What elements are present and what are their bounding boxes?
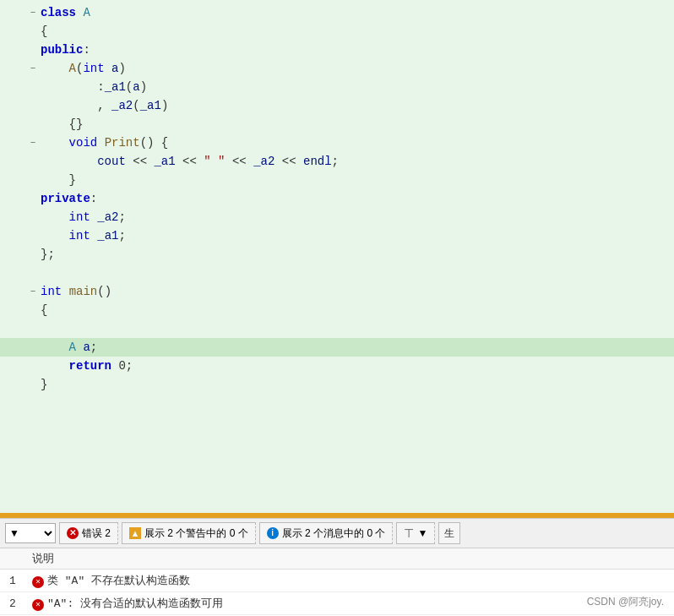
code-line: return 0; bbox=[0, 357, 674, 375]
column-num bbox=[0, 548, 25, 570]
error-button[interactable]: ✕ 错误 2 bbox=[59, 522, 118, 544]
code-line: } bbox=[0, 171, 674, 189]
bottom-toolbar: ▼ ✕ 错误 2 ▲ 展示 2 个警告中的 0 个 i 展示 2 个消息中的 0… bbox=[0, 518, 674, 548]
info-label: 展示 2 个消息中的 0 个 bbox=[282, 526, 386, 541]
code-editor: − class A { public: − A(int a) :_a1(a) ,… bbox=[0, 0, 674, 513]
code-line: {} bbox=[0, 115, 674, 134]
fold-icon[interactable]: − bbox=[27, 3, 39, 22]
code-line: :_a1(a) bbox=[0, 78, 674, 96]
info-icon: i bbox=[267, 527, 279, 539]
filter-icon: ⊤ bbox=[404, 526, 414, 540]
warning-label: 展示 2 个警告中的 0 个 bbox=[144, 526, 248, 541]
row-number: 1 bbox=[0, 570, 25, 592]
error-label: 错误 2 bbox=[82, 526, 111, 541]
code-line: int _a1; bbox=[0, 226, 674, 245]
error-icon: ✕ bbox=[67, 527, 79, 539]
row-message: ✕类 "A" 不存在默认构造函数 bbox=[25, 570, 674, 592]
sheng-label: 生 bbox=[444, 527, 454, 539]
warning-button[interactable]: ▲ 展示 2 个警告中的 0 个 bbox=[122, 522, 256, 544]
code-line bbox=[0, 319, 674, 338]
info-button[interactable]: i 展示 2 个消息中的 0 个 bbox=[259, 522, 394, 544]
watermark: CSDN @阿亮joy. bbox=[587, 595, 664, 609]
code-line: { bbox=[0, 301, 674, 319]
code-line: { bbox=[0, 22, 674, 41]
code-line: private: bbox=[0, 189, 674, 208]
row-error-icon: ✕ bbox=[32, 599, 44, 611]
code-line: − class A bbox=[0, 3, 674, 22]
row-error-icon: ✕ bbox=[32, 576, 44, 588]
code-line: − int main() bbox=[0, 282, 674, 301]
fold-icon[interactable]: − bbox=[27, 282, 39, 301]
sheng-button[interactable]: 生 bbox=[438, 522, 460, 544]
filter-dropdown[interactable]: ▼ bbox=[5, 523, 56, 543]
filter-button[interactable]: ⊤ ▼ bbox=[396, 522, 435, 544]
table-row[interactable]: 1✕类 "A" 不存在默认构造函数 bbox=[0, 570, 674, 592]
row-message: ✕"A": 没有合适的默认构造函数可用 bbox=[25, 592, 674, 615]
code-line bbox=[0, 264, 674, 282]
filter-label: ▼ bbox=[417, 527, 427, 539]
code-line: int _a2; bbox=[0, 208, 674, 226]
code-line: public: bbox=[0, 41, 674, 59]
fold-icon[interactable]: − bbox=[27, 134, 39, 152]
code-line: − A(int a) bbox=[0, 59, 674, 78]
warning-icon: ▲ bbox=[129, 527, 141, 539]
error-table: 说明 1✕类 "A" 不存在默认构造函数2✕"A": 没有合适的默认构造函数可用 bbox=[0, 548, 674, 615]
table-row[interactable]: 2✕"A": 没有合适的默认构造函数可用 bbox=[0, 592, 674, 615]
code-line: − void Print() { bbox=[0, 134, 674, 152]
row-number: 2 bbox=[0, 592, 25, 615]
code-line: cout << _a1 << " " << _a2 << endl; bbox=[0, 152, 674, 171]
code-line-highlighted: A a; bbox=[0, 338, 674, 357]
fold-icon[interactable]: − bbox=[27, 59, 39, 78]
code-line: }; bbox=[0, 245, 674, 264]
error-panel: 说明 1✕类 "A" 不存在默认构造函数2✕"A": 没有合适的默认构造函数可用 bbox=[0, 548, 674, 616]
code-line: } bbox=[0, 375, 674, 394]
code-line: , _a2(_a1) bbox=[0, 96, 674, 115]
column-description: 说明 bbox=[25, 548, 674, 570]
